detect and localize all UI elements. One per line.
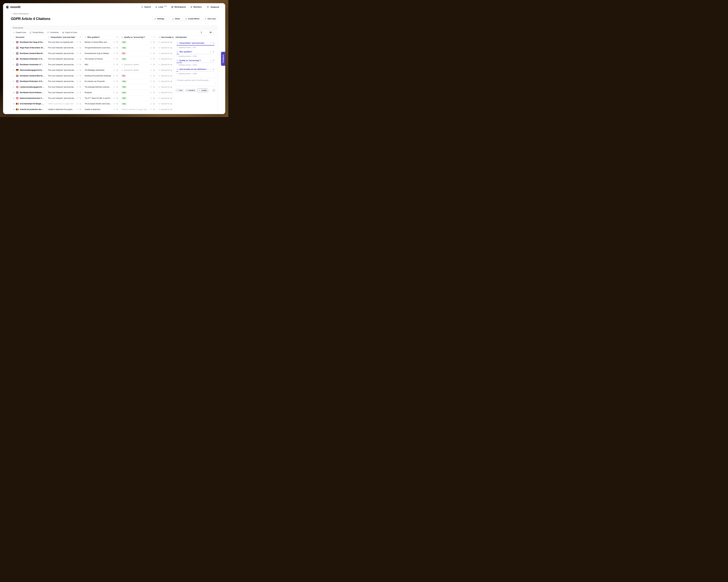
document-cell[interactable]: 10Rechtbank Noord-Holland 10 D... bbox=[11, 90, 46, 95]
document-cell[interactable]: 9Landesverwaltungsgericht Tirol... bbox=[11, 84, 46, 90]
copy-icon[interactable] bbox=[153, 41, 155, 43]
expand-rows-button[interactable]: Expand rows bbox=[13, 31, 26, 33]
who-qualifies-cell[interactable]: The belangte Behörde (relevant... bbox=[83, 84, 120, 90]
interpretation-cell[interactable]: The court interprets 'personal dat... bbox=[46, 84, 83, 90]
copy-icon[interactable] bbox=[153, 52, 155, 54]
create-memo-button[interactable]: Create Memo bbox=[183, 17, 201, 21]
column-header-document[interactable]: Document bbox=[11, 35, 46, 39]
trash-icon[interactable] bbox=[213, 60, 214, 61]
broadly-cell[interactable]: Queued for update... bbox=[156, 95, 174, 101]
copy-icon[interactable] bbox=[153, 75, 155, 77]
processing-cell[interactable]: No bbox=[120, 51, 156, 56]
document-cell[interactable]: 5Rechtbank Amsterdam 17 Dece... bbox=[11, 62, 46, 67]
copy-icon[interactable] bbox=[79, 47, 81, 49]
refresh-icon[interactable] bbox=[150, 75, 152, 77]
refresh-icon[interactable] bbox=[150, 80, 152, 82]
interpretation-cell[interactable]: Failed to generate, try again later bbox=[46, 101, 83, 107]
document-cell[interactable]: 13Autorité de protection des donn... bbox=[11, 107, 46, 112]
processing-cell[interactable]: Yes bbox=[120, 79, 156, 84]
refresh-icon[interactable] bbox=[150, 108, 152, 110]
who-qualifies-cell[interactable]: Risepoint bbox=[83, 90, 120, 95]
refresh-icon[interactable] bbox=[113, 86, 115, 88]
copy-icon[interactable] bbox=[79, 69, 81, 71]
refresh-icon[interactable] bbox=[150, 97, 152, 99]
refresh-icon[interactable] bbox=[113, 108, 115, 110]
copy-icon[interactable] bbox=[116, 58, 118, 60]
refresh-icon[interactable] bbox=[76, 47, 78, 49]
broadly-cell[interactable]: Queued for update... bbox=[156, 45, 174, 51]
who-qualifies-cell[interactable]: De minister van Financiën bbox=[83, 79, 120, 84]
who-qualifies-cell[interactable]: Minister of Social Affairs and... bbox=[83, 39, 120, 45]
refresh-icon[interactable] bbox=[76, 52, 78, 54]
copy-icon[interactable] bbox=[153, 80, 155, 82]
copy-icon[interactable] bbox=[79, 97, 81, 99]
copy-icon[interactable] bbox=[116, 75, 118, 77]
trash-icon[interactable] bbox=[213, 51, 214, 53]
broadly-cell[interactable]: Queued for update... bbox=[156, 84, 174, 90]
who-qualifies-cell[interactable]: NRC bbox=[83, 62, 120, 67]
processing-cell[interactable]: No bbox=[120, 73, 156, 79]
refresh-icon[interactable] bbox=[76, 41, 78, 43]
column-header-who-qualifies[interactable]: Who qualifies? bbox=[83, 35, 120, 39]
share-button[interactable]: Share bbox=[170, 17, 182, 21]
add-question-button[interactable] bbox=[212, 88, 216, 92]
interpretation-cell[interactable]: The court interprets 'personal data... bbox=[46, 62, 83, 67]
copy-icon[interactable] bbox=[153, 103, 155, 105]
copy-icon[interactable] bbox=[153, 47, 155, 49]
page-number[interactable]: 1 bbox=[199, 31, 203, 34]
copy-icon[interactable] bbox=[153, 69, 155, 71]
filter-icon[interactable] bbox=[153, 36, 155, 38]
broadly-cell[interactable]: Queued for update... bbox=[156, 62, 174, 67]
refresh-icon[interactable] bbox=[76, 92, 78, 93]
page-size-select[interactable]: 50 bbox=[208, 31, 215, 34]
refresh-icon[interactable] bbox=[150, 63, 152, 65]
column-header-broadly[interactable]: How broadly are key definitions applied bbox=[156, 35, 174, 39]
document-cell[interactable]: 8Rechtbank Rotterdam 12 Dece... bbox=[11, 79, 46, 84]
broadly-cell[interactable]: Queued for update... bbox=[156, 101, 174, 107]
processing-cell[interactable]: Yes bbox=[120, 95, 156, 101]
refresh-icon[interactable] bbox=[113, 103, 115, 105]
refresh-icon[interactable] bbox=[76, 80, 78, 82]
copy-icon[interactable] bbox=[116, 108, 118, 110]
processing-cell[interactable]: Failed to generate, try again later bbox=[120, 107, 156, 112]
export-excel-button[interactable]: Export to Excel bbox=[62, 31, 77, 33]
copy-icon[interactable] bbox=[153, 108, 155, 110]
who-qualifies-cell[interactable]: The European Border and Coast... bbox=[83, 101, 120, 107]
column-header-interpretation[interactable]: Interpretation "personal data" bbox=[46, 35, 83, 39]
interpretation-cell[interactable]: The court interprets 'personal data... bbox=[46, 51, 83, 56]
pencil-icon[interactable] bbox=[210, 51, 212, 53]
who-qualifies-cell[interactable]: The minister of Finance bbox=[83, 56, 120, 62]
nav-luna[interactable]: Lunabeta bbox=[155, 6, 167, 8]
feedback-tab[interactable]: Feedback bbox=[221, 52, 225, 66]
refresh-icon[interactable] bbox=[150, 58, 152, 60]
copy-icon[interactable] bbox=[116, 97, 118, 99]
processing-cell[interactable]: Queued for update... bbox=[120, 62, 156, 67]
filter-icon[interactable] bbox=[79, 36, 81, 38]
interpretation-cell[interactable]: The court interprets "personal dat... bbox=[46, 67, 83, 73]
question-card[interactable]: Qualify as "processing"?Updating answers… bbox=[175, 58, 216, 67]
question-prompt-input[interactable]: Prompt a question with a Yes/No answer..… bbox=[175, 78, 216, 86]
broadly-cell[interactable]: Queued for update... bbox=[156, 39, 174, 45]
who-qualifies-cell[interactable]: The gerechtsbesturen (court board... bbox=[83, 45, 120, 51]
answer-type-number-chip[interactable]: Number bbox=[185, 89, 197, 92]
copy-icon[interactable] bbox=[79, 92, 81, 93]
chevron-left-icon[interactable] bbox=[196, 32, 198, 33]
refresh-icon[interactable] bbox=[113, 80, 115, 82]
broadly-cell[interactable]: Queued for update... bbox=[156, 51, 174, 56]
copy-icon[interactable] bbox=[79, 52, 81, 54]
answer-type-text-chip[interactable]: Text bbox=[175, 89, 184, 92]
interpretation-cell[interactable]: The court interprets "personal dat... bbox=[46, 95, 83, 101]
question-card[interactable]: Who qualifies?Updating answers... (1/23) bbox=[175, 50, 216, 58]
processing-cell[interactable]: Yes bbox=[120, 56, 156, 62]
copy-icon[interactable] bbox=[116, 80, 118, 82]
processing-cell[interactable]: Yes bbox=[120, 90, 156, 95]
who-qualifies-cell[interactable]: The N*** Bank AG (BG 1) and M**... bbox=[83, 95, 120, 101]
refresh-icon[interactable] bbox=[76, 69, 78, 71]
copy-icon[interactable] bbox=[153, 92, 155, 93]
copy-icon[interactable] bbox=[116, 52, 118, 54]
copy-icon[interactable] bbox=[79, 58, 81, 60]
copy-icon[interactable] bbox=[116, 47, 118, 49]
who-qualifies-cell[interactable]: The Beklagte (defendant) bbox=[83, 67, 120, 73]
refresh-icon[interactable] bbox=[76, 97, 78, 99]
copy-icon[interactable] bbox=[153, 58, 155, 60]
